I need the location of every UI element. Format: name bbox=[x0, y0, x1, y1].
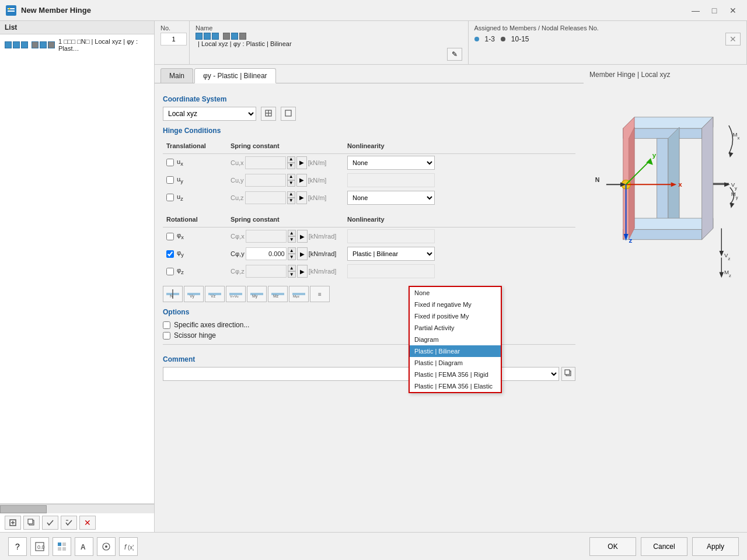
cu-z-arrow[interactable]: ▶ bbox=[296, 191, 307, 204]
toolbar-vz-btn[interactable]: Vz bbox=[205, 286, 225, 302]
coord-icon-btn2[interactable] bbox=[281, 107, 296, 121]
list-item[interactable]: 1 □□□ □N□ | Local xyz | φy : Plast… bbox=[0, 34, 154, 55]
cphi-x-down[interactable]: ▼ bbox=[288, 236, 296, 243]
maximize-button[interactable]: □ bbox=[706, 4, 722, 17]
specific-axes-checkbox[interactable] bbox=[163, 321, 170, 329]
uz-spring-col: Cu,z ▲ ▼ ▶ [kN/m] bbox=[231, 191, 340, 204]
tab-main[interactable]: Main bbox=[160, 68, 193, 83]
dropdown-item-plastic-diagram[interactable]: Plastic | Diagram bbox=[410, 357, 501, 369]
cu-y-up[interactable]: ▲ bbox=[287, 174, 295, 180]
cphi-y-up[interactable]: ▲ bbox=[288, 247, 296, 254]
ux-checkbox-cell: ux bbox=[166, 158, 224, 167]
form-panel: Main φy - Plastic | Bilinear Coordinate … bbox=[155, 65, 584, 532]
tab-phiy[interactable]: φy - Plastic | Bilinear bbox=[194, 68, 276, 83]
toolbar-vy-btn[interactable]: Vy bbox=[184, 286, 204, 302]
dropdown-item-diagram[interactable]: Diagram bbox=[410, 334, 501, 345]
phiz-checkbox[interactable] bbox=[166, 268, 174, 275]
svg-marker-32 bbox=[623, 117, 713, 128]
info-bar: No. Name | Local xyz | φy : Pl bbox=[155, 21, 747, 65]
cu-x-up[interactable]: ▲ bbox=[287, 156, 295, 163]
delete-button[interactable]: ✕ bbox=[79, 516, 96, 530]
scissor-hinge-checkbox[interactable] bbox=[163, 332, 170, 340]
cu-x-unit: [kN/m] bbox=[308, 159, 337, 166]
dropdown-item-fixed-neg[interactable]: Fixed if negative My bbox=[410, 299, 501, 310]
cu-x-down[interactable]: ▼ bbox=[287, 163, 295, 169]
check2-button[interactable] bbox=[61, 516, 77, 530]
cphi-x-up[interactable]: ▲ bbox=[288, 230, 296, 236]
cancel-button[interactable]: Cancel bbox=[641, 537, 687, 556]
dropdown-item-fema-elastic[interactable]: Plastic | FEMA 356 | Elastic bbox=[410, 380, 501, 392]
uy-checkbox-cell: uy bbox=[166, 176, 224, 184]
bottom-grid-btn[interactable] bbox=[53, 537, 71, 556]
no-input[interactable] bbox=[160, 33, 187, 46]
bottom-formula-btn[interactable]: f(x) bbox=[119, 537, 138, 556]
cu-y-down[interactable]: ▼ bbox=[287, 180, 295, 187]
dropdown-item-partial[interactable]: Partial Activity bbox=[410, 322, 501, 334]
bottom-help-btn[interactable]: ? bbox=[8, 537, 27, 556]
col-translational: Translational bbox=[163, 138, 227, 153]
comment-title: Comment bbox=[163, 355, 575, 363]
coordinate-system-select[interactable]: Local xyz Global XYZ bbox=[163, 107, 256, 121]
footer-toolbar: ✕ bbox=[0, 513, 154, 532]
cphi-x-arrow[interactable]: ▶ bbox=[297, 230, 308, 243]
uy-checkbox[interactable] bbox=[166, 176, 174, 184]
cphi-z-down[interactable]: ▼ bbox=[288, 271, 296, 278]
cphi-y-input[interactable] bbox=[246, 247, 287, 260]
phix-checkbox[interactable] bbox=[166, 233, 174, 240]
toolbar-my-btn[interactable]: My bbox=[247, 286, 267, 302]
bottom-view-btn[interactable] bbox=[97, 537, 116, 556]
dropdown-item-fema-rigid[interactable]: Plastic | FEMA 356 | Rigid bbox=[410, 369, 501, 380]
check-button[interactable] bbox=[42, 516, 58, 530]
svg-text:N: N bbox=[595, 176, 600, 183]
dropdown-item-none[interactable]: None bbox=[410, 287, 501, 299]
apply-button[interactable]: Apply bbox=[692, 537, 739, 556]
bottom-calc-btn[interactable]: 0.0 bbox=[30, 537, 49, 556]
dropdown-item-plastic-bilinear[interactable]: Plastic | Bilinear bbox=[410, 345, 501, 357]
nonlin-uz-select[interactable]: None Fixed if negative My Fixed if posit… bbox=[347, 191, 435, 205]
col-spring: Spring constant bbox=[227, 138, 344, 153]
coord-icon-btn1[interactable] bbox=[261, 107, 276, 121]
cu-z-spin: ▲ ▼ bbox=[287, 191, 295, 204]
horizontal-scrollbar[interactable] bbox=[0, 504, 154, 513]
svg-text:Vy: Vy bbox=[190, 294, 194, 299]
toolbar-extra-btn[interactable]: ≡ bbox=[310, 286, 330, 302]
nonlin-ux-select[interactable]: None Fixed if negative My Fixed if posit… bbox=[347, 156, 435, 170]
cu-x-arrow[interactable]: ▶ bbox=[296, 156, 307, 169]
cu-z-down[interactable]: ▼ bbox=[287, 198, 295, 204]
table-row-phiy: φy Cφ,y ▲ ▼ bbox=[163, 245, 575, 262]
copy-button[interactable] bbox=[23, 516, 40, 530]
nonlin-phiy-select[interactable]: Plastic | Bilinear bbox=[347, 247, 435, 261]
assigned-val1: 1-3 bbox=[485, 35, 495, 43]
phiy-checkbox[interactable] bbox=[166, 250, 174, 258]
toolbar-myz-btn[interactable]: Myz bbox=[289, 286, 309, 302]
edit-name-button[interactable]: ✎ bbox=[447, 48, 462, 61]
cu-z-up[interactable]: ▲ bbox=[287, 191, 295, 198]
options-section: Specific axes direction... Scissor hinge bbox=[163, 321, 575, 340]
close-button[interactable]: ✕ bbox=[725, 4, 741, 17]
comment-copy-btn[interactable] bbox=[561, 367, 575, 381]
cphi-y-unit: [kNm/rad] bbox=[309, 250, 338, 257]
bottom-text-btn[interactable]: A bbox=[75, 537, 93, 556]
toolbar-vvu-btn[interactable]: V+Vu bbox=[226, 286, 246, 302]
cphi-y-arrow[interactable]: ▶ bbox=[297, 247, 308, 260]
cphi-y-down[interactable]: ▼ bbox=[288, 254, 296, 260]
uz-checkbox[interactable] bbox=[166, 194, 174, 201]
new-button[interactable] bbox=[5, 516, 21, 530]
cphi-z-up[interactable]: ▲ bbox=[288, 265, 296, 271]
ux-checkbox[interactable] bbox=[166, 159, 174, 166]
diagram-svg: x y z N Vy bbox=[589, 83, 741, 319]
dropdown-item-fixed-pos[interactable]: Fixed if positive My bbox=[410, 310, 501, 322]
cu-x-input bbox=[245, 156, 286, 169]
ok-button[interactable]: OK bbox=[589, 537, 636, 556]
toolbar-n-btn[interactable]: N bbox=[163, 286, 183, 302]
toolbar-mz-btn[interactable]: Mz bbox=[268, 286, 288, 302]
clear-assigned-button[interactable]: ✕ bbox=[725, 33, 741, 46]
cphi-z-arrow[interactable]: ▶ bbox=[297, 265, 308, 278]
list-panel: List 1 □□□ □N□ | Local xyz | φy : Plast… bbox=[0, 21, 155, 532]
cu-x-spin: ▲ ▼ bbox=[287, 156, 295, 169]
cu-y-input bbox=[245, 174, 286, 187]
cu-y-arrow[interactable]: ▶ bbox=[296, 174, 307, 187]
minimize-button[interactable]: — bbox=[687, 4, 704, 17]
dot-blue-icon bbox=[474, 37, 479, 41]
scissor-hinge-row: Scissor hinge bbox=[163, 331, 575, 340]
